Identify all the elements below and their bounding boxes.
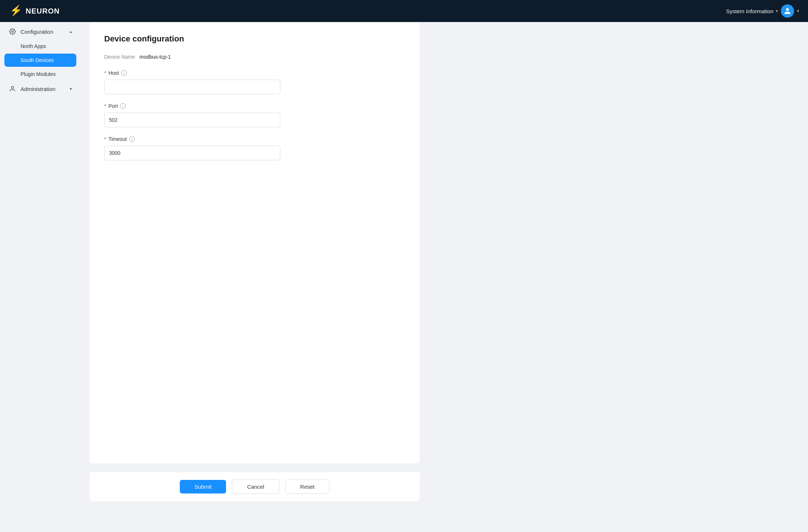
port-input[interactable]: [104, 113, 280, 127]
administration-icon: [9, 85, 16, 92]
content-area: Monitoring ▾ Configuration ▴ North Apps …: [0, 0, 808, 510]
device-name-value: modbus-tcp-1: [139, 54, 171, 60]
device-config-card: Device configuration Device Name modbus-…: [90, 22, 420, 463]
system-info-label: System Information: [726, 8, 774, 14]
timeout-field-group: * Timeout i: [104, 136, 405, 160]
sidebar-administration-label: Administration: [21, 86, 55, 92]
cancel-button[interactable]: Cancel: [232, 480, 279, 494]
sidebar-item-administration[interactable]: Administration ▾: [0, 81, 81, 97]
neuron-logo-icon: ⚡: [9, 4, 22, 18]
device-name-label: Device Name: [104, 54, 135, 60]
reset-button[interactable]: Reset: [285, 480, 330, 494]
device-name-row: Device Name modbus-tcp-1: [104, 54, 405, 60]
user-icon: [784, 7, 791, 15]
sidebar: Monitoring ▾ Configuration ▴ North Apps …: [0, 0, 81, 510]
host-label-text: Host: [108, 70, 119, 76]
svg-point-5: [11, 86, 14, 88]
header-right-area: System Information ▾ ▾: [726, 4, 799, 18]
main-and-footer: South Devices / Device configuration Dev…: [81, 0, 808, 510]
svg-text:⚡: ⚡: [10, 4, 22, 17]
sidebar-configuration-label: Configuration: [21, 29, 53, 35]
user-menu-chevron-icon[interactable]: ▾: [797, 8, 799, 14]
plugin-modules-label: Plugin Modules: [21, 71, 56, 77]
system-info-chevron-icon: ▾: [776, 8, 778, 14]
host-field-group: * Host i: [104, 70, 405, 94]
administration-chevron-icon: ▾: [70, 86, 72, 91]
timeout-required-marker: *: [104, 136, 106, 142]
sidebar-item-north-apps[interactable]: North Apps: [0, 40, 81, 53]
configuration-icon: [9, 28, 16, 35]
south-devices-label: South Devices: [21, 57, 54, 63]
header-logo-area: ⚡ NEURON: [9, 4, 60, 18]
port-required-marker: *: [104, 103, 106, 109]
submit-button[interactable]: Submit: [180, 480, 226, 493]
form-footer: Submit Cancel Reset: [90, 472, 420, 501]
port-field-group: * Port i: [104, 103, 405, 127]
form-title: Device configuration: [104, 34, 405, 44]
host-required-marker: *: [104, 70, 106, 76]
timeout-label: * Timeout i: [104, 136, 405, 142]
host-label: * Host i: [104, 70, 405, 76]
main-content: South Devices / Device configuration Dev…: [81, 0, 808, 472]
sidebar-item-configuration[interactable]: Configuration ▴: [0, 23, 81, 40]
host-info-icon[interactable]: i: [121, 70, 127, 76]
port-info-icon[interactable]: i: [120, 103, 126, 109]
svg-point-4: [12, 31, 14, 33]
host-input[interactable]: [104, 80, 280, 94]
sidebar-item-plugin-modules[interactable]: Plugin Modules: [0, 68, 81, 81]
header: ⚡ NEURON System Information ▾ ▾: [0, 0, 808, 22]
configuration-chevron-icon: ▴: [70, 29, 72, 34]
sidebar-item-south-devices[interactable]: South Devices: [4, 54, 76, 67]
page-wrapper: Monitoring ▾ Configuration ▴ North Apps …: [0, 0, 808, 510]
north-apps-label: North Apps: [21, 43, 46, 49]
timeout-label-text: Timeout: [108, 136, 127, 142]
timeout-info-icon[interactable]: i: [129, 136, 135, 142]
system-info-button[interactable]: System Information ▾: [726, 8, 778, 14]
user-avatar[interactable]: [781, 4, 794, 18]
app-title: NEURON: [26, 7, 60, 15]
port-label-text: Port: [108, 103, 118, 109]
timeout-input[interactable]: [104, 146, 280, 160]
port-label: * Port i: [104, 103, 405, 109]
